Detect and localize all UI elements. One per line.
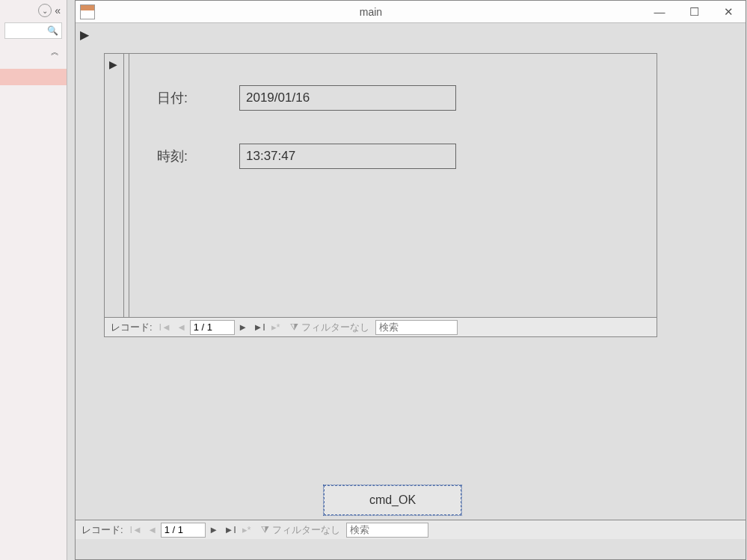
subform: ▶ 日付: 時刻: レコード: I◄ ◄ ► ►I ▸* ⧩ [104,53,657,337]
subform-divider [129,54,129,317]
window-title: main [99,6,642,18]
outer-prev-record-button[interactable]: ◄ [144,522,161,538]
nav-search-box[interactable]: 🔍 [4,22,62,39]
first-record-button[interactable]: I◄ [157,319,173,336]
outer-new-record-button[interactable]: ▸* [239,522,255,538]
pane-collapse-control[interactable]: ⌄ « [38,4,61,17]
record-counter-input[interactable] [190,320,235,335]
nav-selected-item[interactable] [0,69,67,85]
cmd-ok-button[interactable]: cmd_OK [324,485,461,515]
minimize-button[interactable]: — [642,1,677,22]
outer-search-input[interactable] [346,523,428,538]
prev-record-button[interactable]: ◄ [173,319,190,336]
subform-navigation-bar: レコード: I◄ ◄ ► ►I ▸* ⧩ フィルターなし [105,317,657,336]
chevron-down-circle-icon: ⌄ [38,4,52,17]
last-record-button[interactable]: ►I [251,319,268,336]
form-window: main — ☐ ✕ ▶ ▶ 日付: 時刻: レコード: I◄ [75,0,746,560]
filter-indicator[interactable]: ⧩ フィルターなし [284,321,375,334]
outer-navigation-bar: レコード: I◄ ◄ ► ►I ▸* ⧩ フィルターなし [76,520,746,539]
search-icon: 🔍 [47,25,58,36]
outer-filter-text: フィルターなし [272,523,340,537]
date-label: 日付: [157,89,239,107]
form-icon [80,4,95,19]
outer-next-record-button[interactable]: ► [206,522,222,538]
time-field[interactable] [239,144,456,169]
funnel-icon: ⧩ [261,524,269,536]
record-selector-icon[interactable]: ▶ [80,28,90,40]
new-record-button[interactable]: ▸* [268,319,284,336]
next-record-button[interactable]: ► [235,319,251,336]
maximize-button[interactable]: ☐ [677,1,711,22]
shutter-open-icon: « [55,4,61,16]
subform-search-input[interactable] [375,320,458,335]
date-field[interactable] [239,85,456,111]
navigation-pane: ⌄ « 🔍 ︽ [0,0,67,560]
group-collapse-icon[interactable]: ︽ [51,46,59,58]
current-record-marker-icon: ▶ [109,58,117,70]
outer-last-record-button[interactable]: ►I [222,522,239,538]
subform-nav-label: レコード: [105,321,157,334]
form-body: ▶ ▶ 日付: 時刻: レコード: I◄ ◄ ► ►I ▸* [76,23,746,539]
filter-text: フィルターなし [301,321,369,334]
outer-nav-label: レコード: [76,523,128,537]
outer-record-counter-input[interactable] [161,523,206,538]
subform-record-selector[interactable]: ▶ [105,54,124,317]
titlebar: main — ☐ ✕ [76,1,746,23]
outer-first-record-button[interactable]: I◄ [128,522,144,538]
outer-filter-indicator[interactable]: ⧩ フィルターなし [255,523,346,537]
time-label: 時刻: [157,147,239,165]
funnel-icon: ⧩ [290,321,298,333]
close-button[interactable]: ✕ [711,1,746,22]
